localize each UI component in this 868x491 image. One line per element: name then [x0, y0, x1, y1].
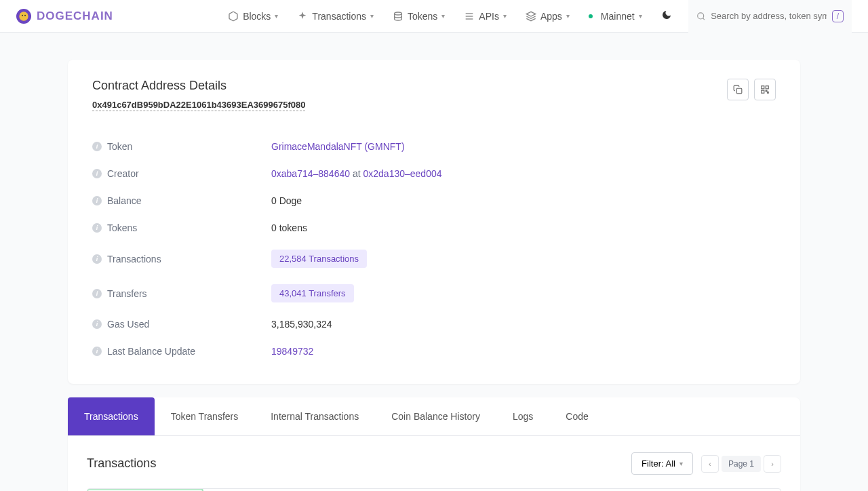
- last-update-link[interactable]: 19849732: [271, 346, 313, 357]
- cube-icon: [228, 11, 239, 22]
- page-next[interactable]: ›: [764, 455, 781, 473]
- svg-point-8: [697, 12, 703, 18]
- field-tokens: iTokens 0 tokens: [92, 214, 776, 241]
- info-icon[interactable]: i: [92, 223, 102, 233]
- info-icon[interactable]: i: [92, 196, 102, 205]
- tab-token-transfers[interactable]: Token Transfers: [155, 397, 255, 435]
- info-icon[interactable]: i: [92, 169, 102, 178]
- svg-point-1: [22, 14, 23, 16]
- creator-tx-link[interactable]: 0x2da130–eed004: [363, 168, 441, 179]
- field-transactions: iTransactions 22,584 Transactions: [92, 241, 776, 276]
- logo-text: DOGECHAIN: [37, 9, 113, 23]
- transactions-badge[interactable]: 22,584 Transactions: [271, 250, 367, 268]
- page-indicator: Page 1: [722, 456, 761, 472]
- field-balance: iBalance 0 Doge: [92, 187, 776, 214]
- qr-icon: [760, 85, 770, 94]
- copy-button[interactable]: [727, 79, 749, 100]
- search-kbd: /: [832, 10, 844, 22]
- contract-address[interactable]: 0x491c67dB959bDA22E1061b43693EA3699675f0…: [92, 100, 305, 111]
- transfers-badge[interactable]: 43,041 Transfers: [271, 284, 354, 302]
- field-gas-used: iGas Used 3,185,930,324: [92, 311, 776, 338]
- tabs: Transactions Token Transfers Internal Tr…: [68, 397, 800, 436]
- svg-rect-15: [768, 92, 769, 94]
- svg-rect-11: [762, 86, 764, 89]
- sparkle-icon: [297, 11, 308, 22]
- tab-coin-history[interactable]: Coin Balance History: [375, 397, 496, 435]
- qr-button[interactable]: [754, 79, 776, 100]
- tabs-card: Transactions Token Transfers Internal Tr…: [68, 397, 800, 491]
- info-icon[interactable]: i: [92, 142, 102, 151]
- svg-rect-12: [766, 86, 768, 89]
- chevron-down-icon: ▾: [275, 12, 278, 20]
- svg-point-0: [19, 12, 28, 20]
- coin-icon: [393, 11, 403, 22]
- transaction-row: Contract Call Success 0xa072ebcee46b20ed…: [87, 488, 781, 491]
- chevron-down-icon: ▾: [370, 12, 374, 20]
- info-icon[interactable]: i: [92, 254, 102, 264]
- filter-button[interactable]: Filter: All ▾: [631, 452, 693, 475]
- tab-transactions[interactable]: Transactions: [68, 397, 155, 435]
- creator-address-link[interactable]: 0xaba714–884640: [271, 168, 350, 179]
- token-link[interactable]: GrimaceMandalaNFT (GMNFT): [271, 141, 405, 152]
- nav-apps[interactable]: Apps▾: [517, 5, 578, 27]
- chevron-down-icon: ▾: [566, 12, 570, 20]
- status-dot: [589, 14, 593, 18]
- chevron-down-icon: ▾: [441, 12, 445, 20]
- logo[interactable]: DOGECHAIN: [16, 9, 113, 24]
- svg-point-2: [24, 14, 26, 16]
- chevron-down-icon: ▾: [679, 460, 683, 467]
- info-icon[interactable]: i: [92, 319, 102, 329]
- field-token: iToken GrimaceMandalaNFT (GMNFT): [92, 133, 776, 160]
- tab-code[interactable]: Code: [549, 397, 604, 435]
- list-icon: [464, 11, 475, 22]
- logo-icon: [16, 9, 31, 24]
- theme-toggle[interactable]: [653, 4, 680, 28]
- info-icon[interactable]: i: [92, 347, 102, 356]
- page-prev[interactable]: ‹: [701, 455, 719, 473]
- search-icon: [696, 11, 706, 22]
- tab-logs[interactable]: Logs: [496, 397, 549, 435]
- search-input[interactable]: [705, 11, 831, 21]
- field-creator: iCreator 0xaba714–884640 at 0x2da130–eed…: [92, 160, 776, 187]
- layers-icon: [526, 11, 536, 22]
- svg-line-9: [703, 18, 704, 19]
- nav-transactions[interactable]: Transactions▾: [289, 5, 382, 27]
- info-icon[interactable]: i: [92, 289, 102, 298]
- chevron-down-icon: ▾: [639, 12, 642, 20]
- section-title: Transactions: [87, 456, 156, 471]
- svg-marker-7: [526, 12, 535, 16]
- svg-rect-14: [766, 90, 767, 92]
- copy-icon: [733, 85, 743, 94]
- moon-icon: [661, 9, 672, 20]
- field-last-update: iLast Balance Update 19849732: [92, 338, 776, 365]
- search-box[interactable]: /: [688, 0, 852, 33]
- tx-status-box: Contract Call Success: [87, 488, 203, 491]
- tab-internal[interactable]: Internal Transactions: [254, 397, 375, 435]
- nav-blocks[interactable]: Blocks▾: [220, 5, 286, 27]
- chevron-down-icon: ▾: [503, 12, 507, 20]
- contract-details-card: Contract Address Details 0x491c67dB959bD…: [68, 60, 800, 384]
- svg-rect-10: [736, 88, 742, 94]
- nav-tokens[interactable]: Tokens▾: [384, 5, 453, 27]
- field-transfers: iTransfers 43,041 Transfers: [92, 276, 776, 311]
- nav-apis[interactable]: APIs▾: [456, 5, 515, 27]
- svg-point-3: [395, 12, 402, 15]
- page-title: Contract Address Details: [92, 79, 305, 93]
- svg-rect-13: [762, 90, 764, 93]
- nav-network[interactable]: Mainnet▾: [580, 5, 650, 27]
